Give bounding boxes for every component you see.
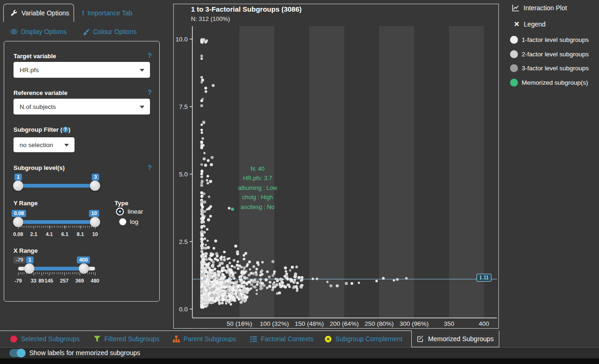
svg-text:10.0: 10.0 xyxy=(176,36,188,43)
legend-close-button[interactable]: ✕ Legend xyxy=(514,20,545,28)
slider-min-badge: -79 xyxy=(14,256,26,263)
line-chart-icon xyxy=(512,4,519,12)
eye-icon xyxy=(10,28,18,35)
radio-linear[interactable]: linear xyxy=(116,208,143,216)
variable-options-panel: Target variable ? HR.pfs Reference varia… xyxy=(4,41,160,302)
tab-selected-subgroups[interactable]: Selected Subgroups xyxy=(10,330,80,347)
slider-handle-left[interactable] xyxy=(13,181,23,191)
slider-tick-label: -79 xyxy=(14,278,22,283)
slider-tick-label: 257 xyxy=(60,278,68,283)
tab-parent-subgroups[interactable]: Parent Subgroups xyxy=(173,330,236,347)
tab-label: Colour Options xyxy=(93,28,136,35)
show-labels-toggle-label: Show labels for memorized subgroups xyxy=(29,349,140,357)
legend-dot-icon xyxy=(510,50,518,58)
slider-handle-right[interactable] xyxy=(90,181,100,191)
show-labels-toggle[interactable] xyxy=(9,349,25,357)
slider-tick-label: 145 xyxy=(45,278,53,283)
tab-variable-options[interactable]: Variable Options xyxy=(3,4,74,22)
legend-item: Memorized subgroup(s) xyxy=(510,79,588,87)
subgroup-scatter-panel: 1 to 3-Factorial Subgroups (3086) N: 312… xyxy=(173,4,499,329)
edit-icon xyxy=(417,335,424,342)
x-range-slider[interactable]: -79 1 400 -793389145257369480 xyxy=(14,256,100,289)
slider-tick-label: 369 xyxy=(75,278,84,283)
tab-factorial-contexts[interactable]: Factorial Contexts xyxy=(250,330,313,347)
reference-variable-label: Reference variable xyxy=(14,89,68,96)
tab-memorized-subgroups[interactable]: Memorized Subgroups xyxy=(411,330,499,347)
slider-grid: 0.082.14.16.18.110 xyxy=(18,226,95,240)
slider-grid: -793389145257369480 xyxy=(18,272,95,286)
slider-from-badge: 1 xyxy=(14,174,22,181)
slider-tick-label: 10 xyxy=(92,231,98,237)
tab-label: Importance Tab xyxy=(88,9,132,17)
interaction-plot-button[interactable]: Interaction Plot xyxy=(512,4,567,12)
red-dot-icon xyxy=(10,336,17,343)
reference-line-badge: 1.11 xyxy=(476,274,491,282)
tab-label: Display Options xyxy=(21,28,67,35)
svg-text:250 (80%): 250 (80%) xyxy=(365,320,394,327)
slider-tick-label: 4.1 xyxy=(46,231,53,237)
slider-from-badge: 0.08 xyxy=(12,210,26,217)
legend-dot-icon xyxy=(510,36,518,44)
svg-text:7.5: 7.5 xyxy=(179,103,188,110)
tab-filtered-subgroups[interactable]: Filtered Subgroups xyxy=(94,330,159,347)
footer-bar: Show labels for memorized subgroups xyxy=(0,347,599,358)
list-icon xyxy=(250,336,257,343)
legend-item: 1-factor level subgroups xyxy=(510,36,589,44)
target-variable-select[interactable]: HR.pfs xyxy=(14,62,150,78)
slider-from-badge: 1 xyxy=(26,256,34,263)
slider-to-badge: 3 xyxy=(92,174,99,181)
brush-icon xyxy=(83,28,90,35)
x-range-label: X Range xyxy=(14,247,38,254)
svg-text:200 (64%): 200 (64%) xyxy=(330,320,359,327)
legend-item-label: 3-factor level subgroups xyxy=(522,65,589,72)
slider-to-badge: 10 xyxy=(89,210,99,217)
slider-tick-label: 8.1 xyxy=(77,231,84,237)
funnel-icon xyxy=(94,336,101,343)
scatter-plot[interactable]: 10.07.55.02.50.050 (16%)100 (32%)150 (48… xyxy=(174,4,498,328)
svg-text:50 (16%): 50 (16%) xyxy=(227,320,252,327)
toggle-knob-icon xyxy=(17,349,26,357)
subgroup-filter-label: Subgroup Filter (?) xyxy=(14,126,70,133)
slider-tick-label: 6.1 xyxy=(61,231,68,237)
slider-tick-label: 480 xyxy=(91,278,99,283)
svg-text:0.0: 0.0 xyxy=(179,306,188,313)
svg-text:5.0: 5.0 xyxy=(179,171,188,178)
subgroup-filter-help-icon[interactable]: ? xyxy=(62,127,68,133)
bottom-strip xyxy=(0,358,599,364)
radio-log[interactable]: log xyxy=(119,218,138,225)
reference-variable-help-icon[interactable]: ? xyxy=(148,88,152,96)
sitemap-icon xyxy=(173,336,180,343)
close-icon: ✕ xyxy=(514,20,520,28)
y-range-slider[interactable]: 0.08 10 0.082.14.16.18.110 xyxy=(14,210,100,243)
chevron-down-icon xyxy=(140,69,144,72)
svg-text:2.5: 2.5 xyxy=(179,238,188,245)
circle-x-icon xyxy=(325,336,332,343)
svg-text:350: 350 xyxy=(444,320,455,327)
target-variable-label: Target variable xyxy=(14,53,56,60)
tab-subgroup-complement[interactable]: Subgroup Complement xyxy=(325,330,402,347)
tab-colour-options[interactable]: Colour Options xyxy=(83,28,136,35)
slider-tick-label: 0.08 xyxy=(13,231,23,237)
exclamation-icon: ! xyxy=(82,9,84,17)
tab-label: Variable Options xyxy=(21,9,69,17)
legend-item-label: Memorized subgroup(s) xyxy=(522,79,588,86)
slider-tick-label: 2.1 xyxy=(30,231,37,237)
tab-importance[interactable]: ! Importance Tab xyxy=(82,9,132,17)
legend-item-label: 2-factor level subgroups xyxy=(522,51,589,58)
subgroup-explorer-app: Variable Options ! Importance Tab Displa… xyxy=(0,0,599,364)
wrench-icon xyxy=(11,10,17,16)
slider-fill xyxy=(29,267,84,270)
tab-display-options[interactable]: Display Options xyxy=(10,28,67,35)
slider-fill xyxy=(18,184,95,188)
svg-text:150 (48%): 150 (48%) xyxy=(295,320,324,327)
radio-button-icon xyxy=(119,218,126,225)
legend-dot-icon xyxy=(510,64,518,72)
slider-to-badge: 400 xyxy=(77,256,90,263)
slider-tick-label: 89 xyxy=(38,278,44,283)
reference-variable-select[interactable]: N.of.subjects xyxy=(14,99,150,115)
subgroup-filter-select[interactable]: no selection xyxy=(14,137,75,152)
svg-text:400: 400 xyxy=(479,320,490,327)
subgroup-levels-label: Subgroup level(s) xyxy=(14,164,65,171)
target-variable-help-icon[interactable]: ? xyxy=(148,52,152,59)
subgroup-levels-help-icon[interactable]: ? xyxy=(148,164,152,171)
